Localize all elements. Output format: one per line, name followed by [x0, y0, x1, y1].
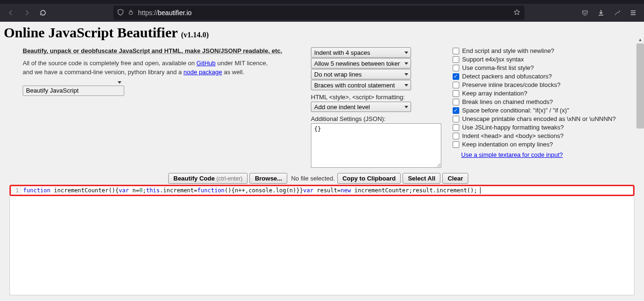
github-link[interactable]: GitHub [197, 60, 215, 67]
browser-tab-strip [0, 0, 644, 4]
option-label: Indent <head> and <body> sections? [462, 132, 564, 139]
scroll-thumb[interactable] [636, 43, 644, 129]
copy-clipboard-button[interactable]: Copy to Clipboard [337, 173, 401, 184]
code-editor[interactable]: 1 function incrementCounter(){var n=0;th… [9, 185, 635, 196]
shield-icon [117, 9, 124, 17]
option-checkbox[interactable] [453, 90, 459, 97]
additional-settings-label: Additional Settings (JSON): [311, 115, 443, 122]
scroll-up-arrow[interactable]: ▲ [636, 36, 644, 43]
option-checkbox[interactable] [453, 141, 459, 148]
html-format-select[interactable]: Add one indent level [311, 102, 411, 112]
option-row[interactable]: Support e4x/jsx syntax [453, 56, 640, 63]
option-checkbox[interactable] [453, 82, 459, 88]
option-row[interactable]: Use JSLint-happy formatting tweaks? [453, 124, 640, 131]
devtools-icon[interactable] [610, 6, 624, 20]
simple-textarea-link[interactable]: Use a simple textarea for code input? [461, 151, 563, 158]
back-button[interactable] [4, 6, 18, 20]
url-bar[interactable]: https://beautifier.io [113, 6, 524, 20]
option-checkbox[interactable] [453, 107, 459, 114]
option-checkbox[interactable] [453, 73, 459, 80]
downloads-icon[interactable] [594, 6, 608, 20]
option-label: Preserve inline braces/code blocks? [462, 81, 560, 88]
option-row[interactable]: Unescape printable chars encoded as \xNN… [453, 115, 640, 122]
option-label: Detect packers and obfuscators? [462, 73, 552, 80]
file-status: No file selected. [291, 175, 335, 182]
option-row[interactable]: Indent <head> and <body> sections? [453, 132, 640, 139]
html-format-label: HTML <style>, <script> formatting: [311, 94, 443, 101]
option-row[interactable]: Preserve inline braces/code blocks? [453, 81, 640, 88]
lock-icon [128, 9, 134, 17]
option-checkbox[interactable] [453, 99, 459, 105]
description: All of the source code is completely fre… [23, 59, 301, 77]
browse-button[interactable]: Browse... [249, 173, 287, 184]
wrap-select[interactable]: Do not wrap lines [311, 69, 411, 79]
editor-gutter: 1 [11, 186, 21, 195]
page-scrollbar[interactable]: ▲ [636, 43, 644, 301]
additional-settings-input[interactable] [311, 123, 441, 168]
option-checkbox[interactable] [453, 124, 459, 131]
node-package-link[interactable]: node package [183, 69, 222, 76]
option-label: Unescape printable chars encoded as \xNN… [462, 115, 616, 122]
pocket-icon[interactable] [578, 6, 592, 20]
clear-button[interactable]: Clear [442, 173, 468, 184]
option-label: Support e4x/jsx syntax [462, 56, 524, 63]
bookmark-star-icon[interactable] [513, 9, 521, 17]
option-label: Space before conditional: "if(x)" / "if … [462, 107, 569, 114]
braces-select[interactable]: Braces with control statement [311, 80, 411, 90]
option-row[interactable]: End script and style with newline? [453, 47, 640, 54]
option-row[interactable]: Detect packers and obfuscators? [453, 73, 640, 80]
option-row[interactable]: Break lines on chained methods? [453, 98, 640, 105]
beautify-button[interactable]: Beautify Code (ctrl-enter) [168, 173, 248, 184]
option-checkbox[interactable] [453, 133, 459, 139]
option-row[interactable]: Use comma-first list style? [453, 64, 640, 71]
reload-button[interactable] [36, 6, 50, 20]
editor-empty-area[interactable] [9, 196, 635, 295]
action-bar: Beautify Code (ctrl-enter) Browse... No … [4, 173, 640, 184]
option-row[interactable]: Keep indentation on empty lines? [453, 141, 640, 148]
option-checkbox[interactable] [453, 56, 459, 63]
option-label: Use comma-first list style? [462, 64, 534, 71]
page-content: Online JavaScript Beautifier (v1.14.0) B… [0, 22, 644, 301]
code-line[interactable]: function incrementCounter(){var n=0;this… [21, 186, 633, 195]
language-select[interactable]: Beautify JavaScript [23, 86, 124, 96]
option-checkbox[interactable] [453, 48, 459, 54]
page-title: Online JavaScript Beautifier (v1.14.0) [4, 25, 640, 41]
option-checkbox[interactable] [453, 116, 459, 122]
option-row[interactable]: Keep array indentation? [453, 90, 640, 97]
svg-rect-0 [129, 12, 133, 14]
option-label: Use JSLint-happy formatting tweaks? [462, 124, 564, 131]
option-label: End script and style with newline? [462, 47, 554, 54]
indent-select[interactable]: Indent with 4 spaces [311, 47, 411, 58]
option-checkbox[interactable] [453, 65, 459, 71]
option-row[interactable]: Space before conditional: "if(x)" / "if … [453, 107, 640, 114]
tagline: Beautify, unpack or deobfuscate JavaScri… [23, 47, 282, 54]
newlines-select[interactable]: Allow 5 newlines between tokens [311, 58, 411, 69]
browser-toolbar: https://beautifier.io [0, 4, 644, 22]
option-label: Keep array indentation? [462, 90, 527, 97]
forward-button[interactable] [20, 6, 34, 20]
option-label: Keep indentation on empty lines? [462, 141, 553, 148]
url-text: https://beautifier.io [138, 9, 509, 17]
option-label: Break lines on chained methods? [462, 98, 553, 105]
select-all-button[interactable]: Select All [403, 173, 440, 184]
menu-icon[interactable] [626, 6, 640, 20]
